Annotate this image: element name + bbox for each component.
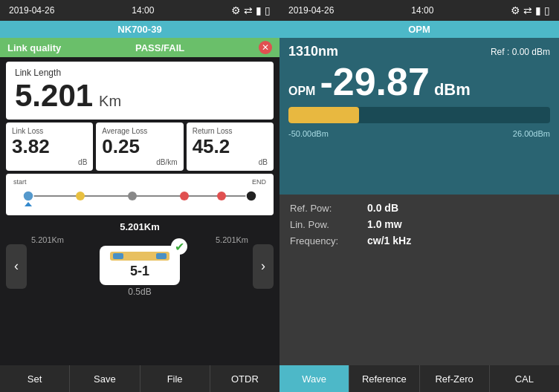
svg-point-5 xyxy=(217,192,226,200)
tab-set[interactable]: Set xyxy=(0,365,70,392)
left-bottom-tabs: Set Save File OTDR xyxy=(0,365,280,392)
opm-wavelength: 1310nm xyxy=(288,44,338,59)
bar-labels: -50.00dBm 26.00dBm xyxy=(280,129,559,138)
link-loss-value: 3.82 xyxy=(12,135,87,158)
link-length-unit: Km xyxy=(99,93,121,110)
opm-main: 1310nm Ref : 0.00 dBm OPM -29.87 dBm -50… xyxy=(280,38,559,195)
link-loss-label: Link Loss xyxy=(12,127,87,135)
left-panel: 2019-04-26 14:00 ⚙ ⇄ ▮ ▯ NK700-39 Link q… xyxy=(0,0,280,392)
map-card-connector xyxy=(110,252,169,261)
svg-point-3 xyxy=(128,192,137,200)
svg-point-4 xyxy=(180,192,189,200)
return-loss-value: 45.2 xyxy=(193,135,268,158)
avg-loss-unit: dB/km xyxy=(102,158,177,166)
stat-lin-pow-value: 1.0 mw xyxy=(367,218,402,230)
map-card-id: 5-1 xyxy=(130,264,149,279)
opm-header: 1310nm Ref : 0.00 dBm xyxy=(280,38,559,59)
link-loss-unit: dB xyxy=(12,158,87,166)
right-panel: 2019-04-26 14:00 ⚙ ⇄ ▮ ▯ OPM 1310nm Ref … xyxy=(280,0,559,392)
svg-point-1 xyxy=(23,191,33,201)
close-button[interactable]: ✕ xyxy=(259,41,272,54)
stat-ref-pow-value: 0.0 dB xyxy=(367,202,398,214)
nav-right-button[interactable]: › xyxy=(253,244,274,289)
stat-frequency-label: Frequency: xyxy=(290,235,364,246)
trace-line xyxy=(13,186,266,206)
map-row: ‹ 5.201Km 5.201Km ✔ 5-1 0.5dB › xyxy=(6,235,274,297)
tab-file[interactable]: File xyxy=(140,365,210,392)
tab-otdr[interactable]: OTDR xyxy=(210,365,280,392)
map-section: 5.201Km ‹ 5.201Km 5.201Km ✔ 5-1 0.5dB › xyxy=(0,218,280,365)
return-loss-label: Return Loss xyxy=(193,127,268,135)
left-status-bar: 2019-04-26 14:00 ⚙ ⇄ ▮ ▯ xyxy=(0,0,280,21)
map-card: ✔ 5-1 xyxy=(100,246,180,285)
trace-labels: start END xyxy=(13,178,266,186)
link-length-number: 5.201 xyxy=(15,78,93,114)
right-status-bar: 2019-04-26 14:00 ⚙ ⇄ ▮ ▯ xyxy=(280,0,559,21)
tab-ref-zero[interactable]: Ref-Zero xyxy=(420,365,490,392)
right-date: 2019-04-26 xyxy=(288,5,334,16)
bar-max-label: 26.00dBm xyxy=(513,129,550,138)
map-card-loss: 0.5dB xyxy=(128,287,151,297)
left-device-title: NK700-39 xyxy=(0,21,280,38)
power-bar-fill xyxy=(288,107,359,123)
link-length-value: 5.201 Km xyxy=(15,78,265,114)
opm-reading-row: OPM -29.87 dBm xyxy=(280,59,559,104)
right-bottom-tabs: Wave Reference Ref-Zero CAL xyxy=(280,365,559,392)
opm-ref: Ref : 0.00 dBm xyxy=(491,47,550,57)
pass-fail-label: PASS/FAIL xyxy=(135,42,184,53)
link-quality-bar: Link quality PASS/FAIL ✕ xyxy=(0,38,280,57)
left-date: 2019-04-26 xyxy=(9,5,54,16)
map-side-labels: 5.201Km 5.201Km xyxy=(31,235,248,244)
map-left-km: 5.201Km xyxy=(31,235,64,244)
stat-ref-pow: Ref. Pow: 0.0 dB xyxy=(290,202,549,214)
avg-loss-box: Average Loss 0.25 dB/km xyxy=(96,122,183,171)
opm-unit: dBm xyxy=(434,80,471,99)
svg-point-2 xyxy=(76,192,85,200)
map-card-check-icon: ✔ xyxy=(171,238,187,255)
link-loss-box: Link Loss 3.82 dB xyxy=(6,122,93,171)
nav-left-button[interactable]: ‹ xyxy=(6,244,27,289)
svg-marker-7 xyxy=(25,202,32,206)
return-loss-unit: dB xyxy=(193,158,268,166)
left-time: 14:00 xyxy=(132,5,154,16)
stat-frequency: Frequency: cw/1 kHz xyxy=(290,235,549,246)
metrics-row: Link Loss 3.82 dB Average Loss 0.25 dB/k… xyxy=(6,122,274,171)
stat-ref-pow-label: Ref. Pow: xyxy=(290,203,364,214)
link-quality-label: Link quality xyxy=(7,42,61,53)
trace-area: start END xyxy=(6,174,274,215)
right-status-icons: ⚙ ⇄ ▮ ▯ xyxy=(511,4,550,16)
opm-label: OPM xyxy=(288,85,315,98)
right-time: 14:00 xyxy=(411,5,433,16)
tab-save[interactable]: Save xyxy=(70,365,140,392)
tab-wave[interactable]: Wave xyxy=(280,365,349,392)
stat-lin-pow: Lin. Pow. 1.0 mw xyxy=(290,218,549,230)
avg-loss-label: Average Loss xyxy=(102,127,177,135)
avg-loss-value: 0.25 xyxy=(102,135,177,158)
stat-frequency-value: cw/1 kHz xyxy=(367,235,411,246)
link-length-title: Link Length xyxy=(15,68,265,78)
opm-stats: Ref. Pow: 0.0 dB Lin. Pow. 1.0 mw Freque… xyxy=(280,195,559,366)
tab-reference[interactable]: Reference xyxy=(349,365,419,392)
map-right-km: 5.201Km xyxy=(216,235,248,244)
left-status-icons: ⚙ ⇄ ▮ ▯ xyxy=(231,4,271,16)
map-km-label: 5.201Km xyxy=(120,221,159,232)
opm-value: -29.87 xyxy=(320,62,429,101)
trace-end-label: END xyxy=(252,178,266,186)
link-length-box: Link Length 5.201 Km xyxy=(6,62,274,120)
tab-cal[interactable]: CAL xyxy=(490,365,559,392)
svg-point-6 xyxy=(246,191,256,201)
power-bar-container xyxy=(288,107,550,123)
trace-svg xyxy=(13,186,266,206)
trace-start-label: start xyxy=(13,178,27,186)
stat-lin-pow-label: Lin. Pow. xyxy=(290,219,364,230)
map-card-area: 5.201Km 5.201Km ✔ 5-1 0.5dB xyxy=(31,235,248,297)
return-loss-box: Return Loss 45.2 dB xyxy=(187,122,274,171)
bar-min-label: -50.00dBm xyxy=(288,129,329,138)
right-device-title: OPM xyxy=(280,21,559,38)
